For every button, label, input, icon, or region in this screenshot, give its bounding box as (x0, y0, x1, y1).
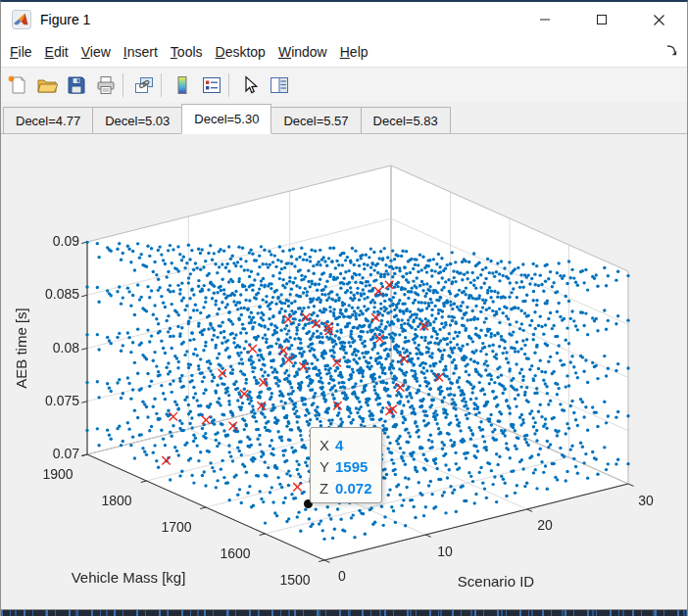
insert-colorbar-button[interactable] (169, 71, 195, 98)
toolbar-separator (228, 73, 229, 97)
toolbar-separator (123, 73, 123, 97)
save-figure-button[interactable] (63, 71, 89, 98)
print-figure-button[interactable] (92, 71, 119, 98)
menu-bar: File Edit View Insert Tools Desktop Wind… (1, 37, 687, 68)
decel-tab-bar: Decel=4.77 Decel=5.03 Decel=5.30 Decel=5… (1, 102, 687, 134)
legend-icon (201, 74, 222, 96)
property-inspector-button[interactable] (266, 71, 292, 98)
tab-decel-5-03[interactable]: Decel=5.03 (92, 107, 182, 133)
datatip[interactable]: X4 Y1595 Z0.072 (310, 427, 382, 503)
edit-plot-button[interactable] (236, 71, 263, 98)
toolbar-separator (161, 73, 162, 97)
z-tick-label: 0.08 (21, 340, 79, 355)
mass-tick-label: 1500 (268, 572, 322, 588)
datatip-z-value: 0.072 (335, 480, 372, 497)
datatip-y-value: 1595 (335, 458, 368, 475)
maximize-button[interactable] (573, 2, 630, 37)
mass-tick-label: 1600 (208, 545, 263, 561)
property-inspector-icon (269, 74, 290, 96)
y-axis-title: Vehicle Mass [kg] (50, 569, 207, 586)
tab-decel-4-77[interactable]: Decel=4.77 (3, 107, 93, 133)
close-button[interactable] (630, 2, 687, 37)
scenario-tick-label: 20 (523, 517, 566, 533)
z-tick-label: 0.075 (21, 393, 79, 408)
tab-decel-5-83[interactable]: Decel=5.83 (361, 107, 451, 133)
save-floppy-icon (66, 74, 87, 96)
printer-icon (95, 74, 117, 96)
menu-window[interactable]: Window (278, 44, 327, 60)
x-axis-title: Scenario ID (437, 573, 555, 590)
menu-insert[interactable]: Insert (123, 44, 158, 60)
menu-edit[interactable]: Edit (45, 44, 69, 60)
matlab-logo-icon (12, 10, 31, 29)
datatip-y-label: Y (319, 458, 335, 475)
datatip-x-value: 4 (335, 437, 343, 453)
tab-decel-5-30[interactable]: Decel=5.30 (181, 104, 271, 134)
mass-tick-label: 1900 (30, 466, 85, 482)
z-tick-label: 0.07 (21, 446, 79, 461)
menu-view[interactable]: View (81, 44, 111, 60)
figure-window: Figure 1 File Edit View Insert Tools Des… (0, 0, 688, 616)
new-figure-button[interactable] (4, 71, 30, 98)
link-plot-icon (133, 74, 155, 96)
menu-tools[interactable]: Tools (171, 44, 203, 60)
z-tick-label: 0.09 (21, 233, 79, 249)
maximize-icon (596, 14, 608, 25)
menu-desktop[interactable]: Desktop (216, 44, 266, 60)
tab-decel-5-57[interactable]: Decel=5.57 (270, 107, 361, 133)
figure-toolbar (1, 68, 687, 103)
open-folder-icon (36, 74, 58, 96)
title-bar[interactable]: Figure 1 (1, 2, 687, 37)
window-title: Figure 1 (40, 12, 90, 27)
mass-tick-label: 1700 (149, 519, 204, 535)
colorbar-icon (172, 74, 193, 96)
close-icon (653, 14, 665, 26)
background-window-sliver (1, 609, 687, 616)
plot-area: 0.09 0.085 0.08 0.075 0.07 1900 1800 170… (1, 134, 687, 609)
z-tick-label: 0.085 (21, 286, 79, 302)
datatip-x-label: X (319, 437, 335, 453)
datatip-z-label: Z (319, 480, 335, 497)
scenario-tick-label: 30 (624, 493, 667, 508)
link-plot-button[interactable] (130, 71, 157, 98)
scenario-tick-label: 0 (320, 568, 364, 584)
minimize-icon (539, 14, 551, 25)
cursor-arrow-icon (239, 74, 261, 96)
3d-scatter-plot[interactable] (1, 134, 687, 609)
scenario-tick-label: 10 (423, 544, 467, 559)
menu-help[interactable]: Help (340, 44, 369, 60)
z-axis-title: AEB time [s] (13, 295, 29, 403)
new-figure-icon (7, 74, 28, 96)
menu-file[interactable]: File (10, 44, 32, 60)
dock-figure-icon[interactable] (665, 43, 679, 57)
open-file-button[interactable] (33, 71, 60, 98)
insert-legend-button[interactable] (198, 71, 224, 98)
minimize-button[interactable] (516, 2, 573, 37)
mass-tick-label: 1800 (89, 493, 144, 508)
